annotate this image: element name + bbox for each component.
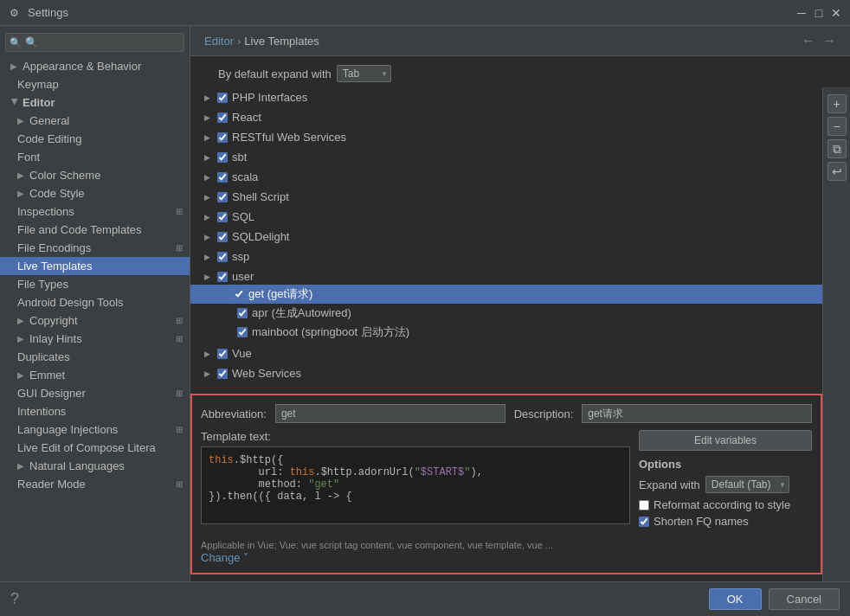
group-checkbox[interactable] bbox=[217, 93, 228, 103]
shorten-row: Shorten FQ names bbox=[639, 515, 812, 528]
sidebar-item-emmet[interactable]: ▶ Emmet bbox=[0, 366, 190, 384]
sidebar-item-language-injections[interactable]: Language Injections ⊞ bbox=[0, 420, 190, 439]
change-link[interactable]: Change ˅ bbox=[201, 551, 249, 564]
group-checkbox[interactable] bbox=[217, 172, 228, 183]
group-user[interactable]: ▶ user get (get请求) apr (生成Autowired) bbox=[190, 266, 822, 343]
template-item-get[interactable]: get (get请求) bbox=[190, 285, 822, 304]
expand-with-dropdown-wrap[interactable]: Tab Enter Space bbox=[337, 65, 391, 82]
sidebar-item-code-editing[interactable]: Code Editing bbox=[0, 130, 190, 148]
item-checkbox[interactable] bbox=[234, 289, 244, 299]
group-checkbox[interactable] bbox=[217, 152, 228, 163]
remove-button[interactable]: − bbox=[827, 117, 847, 136]
description-input[interactable] bbox=[582, 404, 812, 423]
group-restful[interactable]: ▶ RESTful Web Services bbox=[190, 127, 822, 147]
sidebar-item-label: Android Design Tools bbox=[17, 296, 124, 309]
template-item-mainboot[interactable]: mainboot (springboot 启动方法) bbox=[204, 323, 808, 342]
group-checkbox[interactable] bbox=[217, 369, 228, 379]
group-scala[interactable]: ▶ scala bbox=[190, 167, 822, 187]
item-checkbox[interactable] bbox=[237, 308, 248, 318]
sidebar-item-general[interactable]: ▶ General bbox=[0, 112, 190, 130]
cancel-button[interactable]: Cancel bbox=[769, 588, 840, 610]
template-list-content: ▶ PHP Interfaces ▶ React bbox=[190, 87, 822, 581]
group-checkbox[interactable] bbox=[217, 272, 228, 282]
sidebar-item-label: File and Code Templates bbox=[17, 223, 142, 236]
sidebar-item-intentions[interactable]: Intentions bbox=[0, 402, 190, 420]
options-group: Options Expand with Default (Tab) Tab En… bbox=[639, 458, 812, 531]
sidebar-item-file-code-templates[interactable]: File and Code Templates bbox=[0, 221, 190, 239]
main-content: Editor › Live Templates ← → By default e… bbox=[190, 26, 850, 581]
group-vue[interactable]: ▶ Vue bbox=[190, 343, 822, 363]
sidebar-item-font[interactable]: Font bbox=[0, 148, 190, 166]
search-input[interactable] bbox=[5, 33, 184, 52]
group-checkbox[interactable] bbox=[217, 132, 228, 143]
sidebar-item-android-design-tools[interactable]: Android Design Tools bbox=[0, 293, 190, 311]
arrow-icon: ▶ bbox=[17, 370, 26, 380]
copy-button[interactable]: ⧉ bbox=[827, 139, 847, 158]
sidebar-item-natural-languages[interactable]: ▶ Natural Languages bbox=[0, 457, 190, 475]
sidebar-item-label: Live Templates bbox=[17, 260, 92, 273]
group-checkbox[interactable] bbox=[217, 252, 228, 262]
sidebar-item-code-style[interactable]: ▶ Code Style bbox=[0, 184, 190, 202]
badge-icon: ⊞ bbox=[176, 479, 183, 489]
group-shell-script[interactable]: ▶ Shell Script bbox=[190, 187, 822, 207]
options-expand-dropdown-wrap[interactable]: Default (Tab) Tab Enter bbox=[705, 476, 789, 493]
template-text-label: Template text: bbox=[201, 430, 630, 443]
sidebar-item-reader-mode[interactable]: Reader Mode ⊞ bbox=[0, 475, 190, 493]
abbreviation-input[interactable] bbox=[275, 404, 505, 423]
group-checkbox[interactable] bbox=[217, 192, 228, 202]
sidebar-item-duplicates[interactable]: Duplicates bbox=[0, 348, 190, 366]
add-button[interactable]: + bbox=[827, 94, 847, 113]
sidebar-item-copyright[interactable]: ▶ Copyright ⊞ bbox=[0, 311, 190, 330]
sidebar-item-live-templates[interactable]: Live Templates bbox=[0, 257, 190, 275]
sidebar-item-file-encodings[interactable]: File Encodings ⊞ bbox=[0, 239, 190, 257]
sidebar-item-label: Live Edit of Compose Litera bbox=[17, 441, 156, 454]
group-web-services[interactable]: ▶ Web Services bbox=[190, 363, 822, 383]
template-text-editor[interactable]: this.$http({ url: this.$http.adornUrl("$… bbox=[201, 446, 630, 524]
sidebar-item-editor[interactable]: ▶ Editor bbox=[0, 93, 190, 112]
group-checkbox[interactable] bbox=[217, 349, 228, 359]
expand-with-select[interactable]: Tab Enter Space bbox=[337, 65, 391, 82]
group-checkbox[interactable] bbox=[217, 112, 228, 123]
applicable-text: Applicable in Vue; Vue: vue script tag c… bbox=[201, 540, 553, 550]
sidebar-item-inspections[interactable]: Inspections ⊞ bbox=[0, 202, 190, 221]
arrow-icon: ▶ bbox=[17, 170, 26, 180]
sidebar-item-file-types[interactable]: File Types bbox=[0, 275, 190, 293]
item-checkbox[interactable] bbox=[237, 327, 248, 337]
settings-dialog: 🔍 ▶ Appearance & Behavior Keymap ▶ Edito… bbox=[0, 26, 850, 616]
group-react[interactable]: ▶ React bbox=[190, 107, 822, 127]
options-expand-select[interactable]: Default (Tab) Tab Enter bbox=[705, 476, 789, 493]
reformat-checkbox[interactable] bbox=[639, 500, 649, 510]
close-button[interactable]: ✕ bbox=[829, 6, 843, 20]
nav-back-button[interactable]: ← bbox=[802, 33, 815, 48]
search-box[interactable]: 🔍 bbox=[5, 33, 184, 52]
options-expand-label: Expand with bbox=[639, 478, 700, 491]
reset-button[interactable]: ↩ bbox=[827, 162, 847, 181]
search-icon: 🔍 bbox=[10, 37, 22, 48]
group-sqldelight[interactable]: ▶ SQLDelight bbox=[190, 227, 822, 247]
sidebar-item-live-edit[interactable]: Live Edit of Compose Litera bbox=[0, 439, 190, 457]
breadcrumb-parent[interactable]: Editor bbox=[204, 35, 234, 48]
arrow-icon: ▶ bbox=[17, 189, 26, 198]
badge-icon: ⊞ bbox=[176, 425, 183, 434]
maximize-button[interactable]: □ bbox=[812, 6, 826, 20]
help-button[interactable]: ? bbox=[10, 590, 19, 608]
ok-button[interactable]: OK bbox=[709, 588, 762, 610]
nav-forward-button[interactable]: → bbox=[822, 33, 836, 48]
collapse-arrow: ▶ bbox=[204, 213, 213, 221]
sidebar-item-appearance[interactable]: ▶ Appearance & Behavior bbox=[0, 57, 190, 75]
sidebar-item-color-scheme[interactable]: ▶ Color Scheme bbox=[0, 166, 190, 184]
group-php-interfaces[interactable]: ▶ PHP Interfaces bbox=[190, 87, 822, 107]
group-sql[interactable]: ▶ SQL bbox=[190, 207, 822, 227]
group-ssp[interactable]: ▶ ssp bbox=[190, 247, 822, 266]
group-checkbox[interactable] bbox=[217, 212, 228, 222]
group-checkbox[interactable] bbox=[217, 232, 228, 242]
edit-variables-button[interactable]: Edit variables bbox=[639, 430, 812, 451]
options-title: Options bbox=[639, 458, 812, 471]
sidebar-item-inlay-hints[interactable]: ▶ Inlay Hints ⊞ bbox=[0, 330, 190, 348]
group-sbt[interactable]: ▶ sbt bbox=[190, 147, 822, 167]
sidebar-item-gui-designer[interactable]: GUI Designer ⊞ bbox=[0, 384, 190, 402]
template-item-apr[interactable]: apr (生成Autowired) bbox=[204, 304, 808, 323]
shorten-checkbox[interactable] bbox=[639, 517, 649, 527]
minimize-button[interactable]: ─ bbox=[795, 6, 808, 20]
sidebar-item-keymap[interactable]: Keymap bbox=[0, 75, 190, 93]
